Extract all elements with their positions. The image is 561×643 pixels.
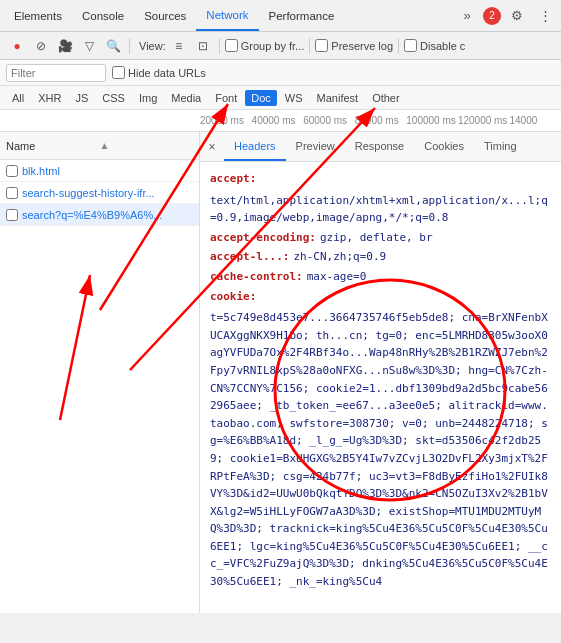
filter-doc[interactable]: Doc — [245, 90, 277, 106]
detail-tabs: × Headers Preview Response Cookies Timin… — [200, 132, 561, 162]
disable-cache-input[interactable] — [404, 39, 417, 52]
filter-css[interactable]: CSS — [96, 90, 131, 106]
overflow-icon[interactable]: » — [455, 4, 479, 28]
file-list-sort[interactable]: ▲ — [100, 140, 194, 151]
header-cookie: cookie: t=5c749e8d453e7...3664735746f5eb… — [210, 288, 551, 591]
file-list-header: Name ▲ — [0, 132, 199, 160]
filter-manifest[interactable]: Manifest — [311, 90, 365, 106]
detail-close-button[interactable]: × — [204, 139, 220, 155]
stop-button[interactable]: ⊘ — [30, 35, 52, 57]
filter-img[interactable]: Img — [133, 90, 163, 106]
filter-xhr[interactable]: XHR — [32, 90, 67, 106]
header-accept: accept: text/html,application/xhtml+xml,… — [210, 170, 551, 227]
divider4 — [398, 38, 399, 54]
hide-data-urls-checkbox[interactable]: Hide data URLs — [112, 66, 206, 79]
hide-data-urls-label: Hide data URLs — [128, 67, 206, 79]
header-accept-language-name: accept-l...: — [210, 248, 289, 266]
tab-sources[interactable]: Sources — [134, 0, 196, 31]
timeline-header: 20000 ms 40000 ms 60000 ms 80000 ms 1000… — [0, 110, 561, 132]
detail-tab-preview[interactable]: Preview — [286, 132, 345, 161]
tab-performance[interactable]: Performance — [259, 0, 345, 31]
more-icon[interactable]: ⋮ — [533, 4, 557, 28]
network-toolbar: ● ⊘ 🎥 ▽ 🔍 View: ≡ ⊡ Group by fr... Prese… — [0, 32, 561, 60]
header-accept-encoding-value: gzip, deflate, br — [320, 229, 433, 247]
timeline-60k: 60000 ms — [303, 115, 355, 126]
settings-icon[interactable]: ⚙ — [505, 4, 529, 28]
filter-ws[interactable]: WS — [279, 90, 309, 106]
file-checkbox-blk[interactable] — [6, 165, 18, 177]
detail-tab-response[interactable]: Response — [345, 132, 415, 161]
file-name-blk: blk.html — [22, 165, 60, 177]
detail-panel: × Headers Preview Response Cookies Timin… — [200, 132, 561, 613]
timeline-labels: 20000 ms 40000 ms 60000 ms 80000 ms 1000… — [200, 115, 561, 126]
file-item-search[interactable]: search?q=%E4%B9%A6%... — [0, 204, 199, 226]
filter-js[interactable]: JS — [69, 90, 94, 106]
filter-type-bar: All XHR JS CSS Img Media Font Doc WS Man… — [0, 86, 561, 110]
header-accept-value: text/html,application/xhtml+xml,applicat… — [210, 192, 551, 227]
header-accept-language: accept-l...: zh-CN,zh;q=0.9 — [210, 248, 551, 266]
filter-input[interactable] — [6, 64, 106, 82]
timeline-120k: 120000 ms — [458, 115, 510, 126]
filter-font[interactable]: Font — [209, 90, 243, 106]
preserve-log-input[interactable] — [315, 39, 328, 52]
headers-content: accept: text/html,application/xhtml+xml,… — [200, 162, 561, 601]
list-view-button[interactable]: ≡ — [168, 35, 190, 57]
detail-view-button[interactable]: ⊡ — [192, 35, 214, 57]
timeline-80k: 80000 ms — [355, 115, 407, 126]
header-cache-control-value: max-age=0 — [307, 268, 367, 286]
detail-tab-cookies[interactable]: Cookies — [414, 132, 474, 161]
disable-cache-label: Disable c — [420, 40, 465, 52]
header-accept-name: accept: — [210, 170, 256, 188]
filter-bar: Hide data URLs — [0, 60, 561, 86]
timeline-40k: 40000 ms — [252, 115, 304, 126]
detail-tab-headers[interactable]: Headers — [224, 132, 286, 161]
detail-tab-timing[interactable]: Timing — [474, 132, 527, 161]
file-name-search: search?q=%E4%B9%A6%... — [22, 209, 162, 221]
file-list-panel: Name ▲ blk.html search-suggest-history-i… — [0, 132, 200, 613]
timeline-100k: 100000 ms — [406, 115, 458, 126]
file-checkbox-search[interactable] — [6, 209, 18, 221]
file-item-suggest[interactable]: search-suggest-history-ifr... — [0, 182, 199, 204]
header-cache-control: cache-control: max-age=0 — [210, 268, 551, 286]
divider2 — [219, 38, 220, 54]
filter-all[interactable]: All — [6, 90, 30, 106]
file-item-blk[interactable]: blk.html — [0, 160, 199, 182]
preserve-log-label: Preserve log — [331, 40, 393, 52]
group-by-label: Group by fr... — [241, 40, 305, 52]
file-list-name-col: Name — [6, 140, 100, 152]
top-tab-icons: » 2 ⚙ ⋮ — [455, 4, 557, 28]
view-label: View: — [139, 40, 166, 52]
camera-button[interactable]: 🎥 — [54, 35, 76, 57]
tab-elements[interactable]: Elements — [4, 0, 72, 31]
search-button[interactable]: 🔍 — [102, 35, 124, 57]
tab-network[interactable]: Network — [196, 0, 258, 31]
disable-cache-checkbox[interactable]: Disable c — [404, 39, 465, 52]
main-content: Name ▲ blk.html search-suggest-history-i… — [0, 132, 561, 613]
filter-other[interactable]: Other — [366, 90, 406, 106]
timeline-20k: 20000 ms — [200, 115, 252, 126]
filter-button[interactable]: ▽ — [78, 35, 100, 57]
header-accept-encoding: accept-encoding: gzip, deflate, br — [210, 229, 551, 247]
error-badge: 2 — [483, 7, 501, 25]
divider3 — [309, 38, 310, 54]
header-accept-language-value: zh-CN,zh;q=0.9 — [293, 248, 386, 266]
header-cookie-value: t=5c749e8d453e7...3664735746f5eb5de8; cn… — [210, 309, 551, 591]
timeline-140k: 14000 — [509, 115, 561, 126]
hide-data-urls-input[interactable] — [112, 66, 125, 79]
record-button[interactable]: ● — [6, 35, 28, 57]
preserve-log-checkbox[interactable]: Preserve log — [315, 39, 393, 52]
file-name-suggest: search-suggest-history-ifr... — [22, 187, 155, 199]
group-by-checkbox[interactable]: Group by fr... — [225, 39, 305, 52]
header-cache-control-name: cache-control: — [210, 268, 303, 286]
file-checkbox-suggest[interactable] — [6, 187, 18, 199]
tab-console[interactable]: Console — [72, 0, 134, 31]
top-tab-bar: Elements Console Sources Network Perform… — [0, 0, 561, 32]
header-cookie-name: cookie: — [210, 288, 256, 306]
filter-media[interactable]: Media — [165, 90, 207, 106]
header-accept-encoding-name: accept-encoding: — [210, 229, 316, 247]
group-by-input[interactable] — [225, 39, 238, 52]
divider1 — [129, 38, 130, 54]
